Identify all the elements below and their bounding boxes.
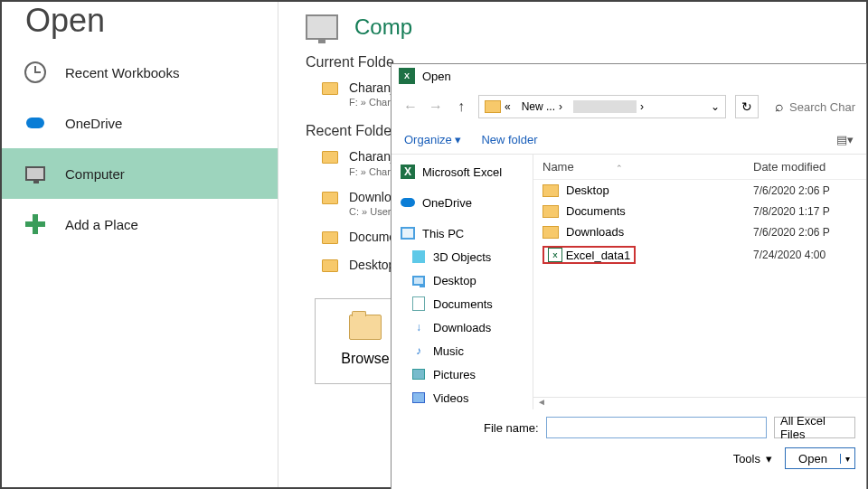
file-filter-dropdown[interactable]: All Excel Files bbox=[774, 417, 855, 438]
tree-item-thispc[interactable]: This PC bbox=[392, 221, 533, 245]
back-icon[interactable]: ← bbox=[402, 99, 419, 115]
folder-icon bbox=[322, 151, 338, 164]
tree-label: Microsoft Excel bbox=[422, 165, 502, 179]
computer-icon bbox=[24, 162, 47, 185]
chevron-down-icon[interactable]: ⌄ bbox=[711, 100, 720, 113]
chevron-down-icon: ▾ bbox=[766, 452, 772, 465]
folder-icon bbox=[322, 259, 338, 272]
list-item[interactable]: Desktop7/6/2020 2:06 P bbox=[533, 180, 866, 201]
nav-computer[interactable]: Computer bbox=[2, 148, 278, 199]
column-name[interactable]: Name⌃ bbox=[542, 160, 753, 174]
horizontal-scrollbar[interactable] bbox=[533, 397, 866, 409]
column-date[interactable]: Date modified bbox=[753, 160, 857, 174]
item-date: 7/24/2020 4:00 bbox=[753, 249, 857, 261]
tree-label: 3D Objects bbox=[433, 250, 491, 264]
tree-label: Music bbox=[433, 344, 464, 358]
tree-label: Documents bbox=[433, 297, 493, 311]
clock-icon bbox=[24, 61, 47, 84]
nav-label: Recent Workbooks bbox=[65, 65, 179, 80]
open-dropdown-icon[interactable]: ▾ bbox=[840, 454, 854, 464]
panel-heading: Comp bbox=[354, 14, 412, 40]
cube-icon bbox=[411, 249, 426, 264]
item-name: Downloads bbox=[566, 225, 753, 239]
search-icon: ⌕ bbox=[775, 99, 784, 115]
nav-label: Add a Place bbox=[65, 217, 138, 232]
file-name-label: File name: bbox=[484, 421, 539, 435]
nav-onedrive[interactable]: OneDrive bbox=[2, 98, 278, 148]
folder-icon bbox=[322, 82, 338, 95]
file-list: Name⌃ Date modified Desktop7/6/2020 2:06… bbox=[533, 155, 866, 409]
folder-icon bbox=[322, 192, 338, 204]
monitor-icon bbox=[411, 273, 426, 287]
dialog-title: Open bbox=[422, 70, 451, 83]
file-name-input[interactable] bbox=[546, 417, 767, 438]
folder-icon bbox=[542, 184, 559, 197]
tree-label: OneDrive bbox=[422, 196, 472, 210]
file-open-dialog: X Open ← → ↑ « New ...› › ⌄ ↻ ⌕ Search C… bbox=[391, 63, 867, 489]
folder-icon bbox=[542, 205, 559, 218]
tree-label: Desktop bbox=[433, 274, 476, 287]
tree-item-pictures[interactable]: Pictures bbox=[392, 362, 533, 386]
refresh-button[interactable]: ↻ bbox=[735, 95, 759, 118]
tree-item-desktop[interactable]: Desktop bbox=[392, 268, 533, 292]
nav-label: Computer bbox=[65, 166, 125, 182]
item-name: Excel_data1 bbox=[566, 249, 631, 262]
up-icon[interactable]: ↑ bbox=[453, 99, 469, 115]
tree-item-music[interactable]: ♪Music bbox=[392, 339, 533, 362]
forward-icon[interactable]: → bbox=[428, 99, 444, 115]
picture-icon bbox=[411, 367, 426, 381]
tools-menu[interactable]: Tools▾ bbox=[733, 452, 772, 465]
document-icon bbox=[411, 296, 426, 311]
list-item-highlighted[interactable]: X Excel_data17/24/2020 4:00 bbox=[533, 242, 866, 268]
nav-recent-workbooks[interactable]: Recent Workbooks bbox=[2, 47, 278, 98]
item-date: 7/8/2020 1:17 P bbox=[753, 205, 857, 218]
view-options-icon[interactable]: ▤▾ bbox=[836, 133, 854, 146]
tree-label: Downloads bbox=[433, 321, 491, 334]
item-name: Documents bbox=[566, 204, 753, 218]
search-input[interactable]: ⌕ Search Char bbox=[768, 99, 855, 115]
list-item[interactable]: Downloads7/6/2020 2:06 P bbox=[533, 221, 866, 242]
pc-icon bbox=[401, 226, 415, 240]
folder-open-icon bbox=[349, 315, 382, 340]
chevron-right-icon: › bbox=[640, 100, 644, 113]
tree-item-onedrive[interactable]: OneDrive bbox=[392, 191, 533, 214]
open-label: Open bbox=[786, 452, 840, 465]
list-item[interactable]: Documents7/8/2020 1:17 P bbox=[533, 201, 866, 221]
dialog-titlebar: X Open bbox=[392, 64, 866, 88]
tree-label: Pictures bbox=[433, 368, 476, 381]
open-button[interactable]: Open▾ bbox=[785, 447, 855, 469]
crumb-obscured bbox=[573, 100, 637, 113]
music-icon: ♪ bbox=[411, 343, 426, 358]
folder-icon bbox=[322, 231, 338, 244]
breadcrumb[interactable]: « New ...› › ⌄ bbox=[478, 95, 726, 118]
tree-label: This PC bbox=[422, 227, 464, 240]
filter-label: All Excel Files bbox=[780, 414, 849, 441]
new-folder-button[interactable]: New folder bbox=[481, 133, 537, 146]
folder-icon bbox=[542, 226, 559, 239]
tree-item-videos[interactable]: Videos bbox=[392, 386, 533, 409]
item-name: Desktop bbox=[566, 183, 753, 197]
tree-item-downloads[interactable]: ↓Downloads bbox=[392, 315, 533, 339]
cloud-icon bbox=[24, 111, 47, 135]
chevron-right-icon: › bbox=[559, 100, 562, 113]
item-date: 7/6/2020 2:06 P bbox=[753, 184, 857, 197]
folder-name: Docume bbox=[349, 229, 396, 245]
folder-name: Desktop bbox=[349, 257, 395, 273]
tree-item-documents[interactable]: Documents bbox=[392, 292, 533, 315]
excel-file-icon: X bbox=[548, 248, 562, 262]
video-icon bbox=[411, 390, 426, 405]
page-title: Open bbox=[2, 2, 278, 47]
sort-indicator-icon: ⌃ bbox=[616, 164, 623, 173]
crumb-seg: New ... bbox=[522, 100, 555, 113]
tree-item-excel[interactable]: XMicrosoft Excel bbox=[392, 160, 533, 183]
excel-icon: X bbox=[399, 68, 415, 84]
computer-icon bbox=[306, 14, 338, 40]
organize-menu[interactable]: Organize ▾ bbox=[404, 133, 461, 146]
folder-icon bbox=[485, 100, 501, 113]
tree-item-3d[interactable]: 3D Objects bbox=[392, 245, 533, 268]
crumb-prefix: « bbox=[505, 100, 511, 113]
cloud-icon bbox=[401, 195, 415, 210]
item-date: 7/6/2020 2:06 P bbox=[753, 226, 857, 239]
plus-icon bbox=[24, 212, 47, 236]
nav-add-place[interactable]: Add a Place bbox=[2, 199, 278, 249]
